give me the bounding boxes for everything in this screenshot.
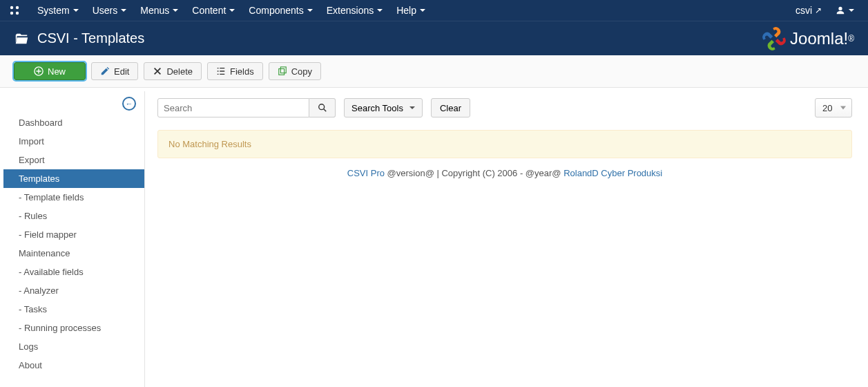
sidebar-item-label: Dashboard	[19, 117, 63, 128]
button-label: Copy	[291, 66, 312, 77]
toolbar: New Edit Delete Fields Copy	[0, 55, 868, 88]
clear-button[interactable]: Clear	[431, 98, 470, 117]
menu-label: Content	[192, 5, 226, 16]
site-name: csvi	[795, 5, 812, 16]
svg-rect-6	[280, 67, 286, 73]
footer: CSVI Pro @version@ | Copyright (C) 2006 …	[157, 168, 852, 178]
limit-select[interactable]: 20	[815, 98, 852, 117]
menu-label: Components	[249, 5, 303, 16]
footer-company-link[interactable]: RolandD Cyber Produksi	[563, 168, 662, 178]
sidebar-item-label: About	[19, 360, 42, 370]
user-menu[interactable]	[829, 0, 861, 21]
sidebar-item-logs[interactable]: Logs	[3, 337, 144, 356]
button-label: Edit	[114, 66, 129, 77]
menu-help[interactable]: Help	[389, 0, 432, 21]
svg-rect-5	[278, 69, 284, 75]
main-content: Search Tools Clear 20 No Matching Result…	[145, 88, 865, 387]
caret-icon	[377, 9, 383, 12]
menu-menus[interactable]: Menus	[133, 0, 185, 21]
joomla-brand-icon[interactable]	[7, 3, 22, 18]
svg-point-1	[16, 6, 19, 9]
button-label: Clear	[440, 103, 461, 113]
sidebar-collapse-button[interactable]: ←	[122, 97, 136, 111]
list-icon	[216, 66, 226, 76]
arrow-left-icon: ←	[126, 100, 133, 108]
svg-point-3	[16, 12, 19, 15]
sidebar-item-about[interactable]: About	[3, 356, 144, 375]
caret-icon	[307, 9, 313, 12]
sidebar-item-analyzer[interactable]: - Analyzer	[3, 281, 144, 300]
limit-value: 20	[822, 103, 832, 113]
sidebar-item-label: Maintenance	[19, 248, 70, 258]
sidebar-item-label: Logs	[19, 341, 38, 352]
new-button[interactable]: New	[14, 62, 86, 80]
search-button[interactable]	[309, 98, 336, 117]
button-label: Delete	[166, 66, 193, 77]
button-label: New	[48, 66, 66, 77]
folder-open-icon	[14, 31, 29, 46]
site-link[interactable]: csvi↗	[789, 0, 829, 21]
sidebar-item-label: - Analyzer	[19, 285, 59, 296]
sidebar-item-label: - Available fields	[19, 267, 84, 277]
page-title: CSVI - Templates	[37, 30, 144, 46]
caret-icon	[409, 106, 415, 109]
menu-users[interactable]: Users	[86, 0, 134, 21]
search-tools-button[interactable]: Search Tools	[344, 98, 423, 117]
sidebar-item-template-fields[interactable]: - Template fields	[3, 188, 144, 207]
sidebar-item-running-processes[interactable]: - Running processes	[3, 319, 144, 337]
menu-system[interactable]: System	[30, 0, 86, 21]
copy-button[interactable]: Copy	[269, 62, 321, 80]
pencil-icon	[100, 66, 110, 76]
search-group	[157, 98, 336, 117]
button-label: Search Tools	[351, 103, 403, 113]
sidebar-item-label: - Field mapper	[19, 229, 77, 240]
delete-button[interactable]: Delete	[144, 62, 202, 80]
joomla-logo-text: Joomla!	[790, 29, 848, 48]
menu-content[interactable]: Content	[185, 0, 242, 21]
search-icon	[318, 103, 327, 113]
sidebar-item-templates[interactable]: Templates	[3, 169, 144, 188]
svg-point-7	[318, 104, 324, 110]
sidebar-item-label: Export	[19, 155, 45, 165]
filter-bar: Search Tools Clear 20	[157, 98, 852, 117]
x-icon	[153, 66, 162, 76]
sidebar-item-dashboard[interactable]: Dashboard	[3, 113, 144, 132]
sidebar-wrapper: ← Dashboard Import Export Templates - Te…	[3, 88, 145, 387]
sidebar-item-label: - Template fields	[19, 192, 84, 202]
sidebar-list: Dashboard Import Export Templates - Temp…	[3, 113, 144, 375]
button-label: Fields	[230, 66, 254, 77]
sidebar-item-maintenance[interactable]: Maintenance	[3, 244, 144, 263]
sidebar-toggle-row: ←	[3, 91, 144, 113]
footer-text: @version@ | Copyright (C) 2006 - @year@	[385, 168, 563, 178]
menu-extensions[interactable]: Extensions	[320, 0, 389, 21]
caret-icon	[849, 9, 854, 12]
alert-message: No Matching Results	[168, 139, 251, 149]
sidebar-item-label: Templates	[19, 173, 59, 184]
joomla-logo: Joomla!®	[762, 27, 854, 50]
sidebar-item-label: - Rules	[19, 211, 47, 221]
no-results-alert: No Matching Results	[157, 130, 852, 158]
sidebar-item-label: - Tasks	[19, 304, 47, 314]
caret-icon	[420, 9, 425, 12]
sidebar-item-rules[interactable]: - Rules	[3, 207, 144, 225]
caret-icon	[173, 9, 178, 12]
caret-icon	[73, 9, 79, 12]
sidebar-item-available-fields[interactable]: - Available fields	[3, 263, 144, 281]
footer-product-link[interactable]: CSVI Pro	[347, 168, 385, 178]
search-input[interactable]	[157, 98, 309, 117]
sidebar-item-import[interactable]: Import	[3, 132, 144, 151]
sidebar-item-field-mapper[interactable]: - Field mapper	[3, 225, 144, 244]
sidebar: ← Dashboard Import Export Templates - Te…	[3, 91, 145, 387]
svg-point-2	[10, 12, 13, 15]
sidebar-item-label: Import	[19, 136, 44, 147]
joomla-logo-icon	[762, 27, 786, 50]
sidebar-item-label: - Running processes	[19, 323, 101, 333]
menu-label: Menus	[140, 5, 169, 16]
menu-components[interactable]: Components	[242, 0, 319, 21]
external-link-icon: ↗	[815, 6, 822, 15]
subheader: CSVI - Templates Joomla!®	[0, 21, 868, 55]
sidebar-item-export[interactable]: Export	[3, 151, 144, 169]
edit-button[interactable]: Edit	[91, 62, 138, 80]
fields-button[interactable]: Fields	[207, 62, 263, 80]
sidebar-item-tasks[interactable]: - Tasks	[3, 300, 144, 319]
